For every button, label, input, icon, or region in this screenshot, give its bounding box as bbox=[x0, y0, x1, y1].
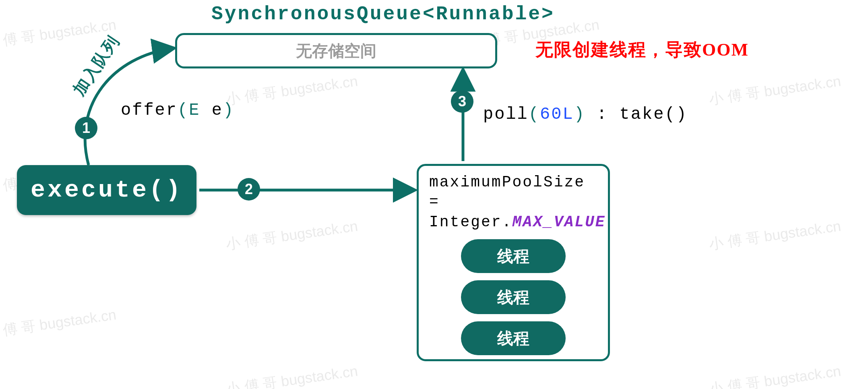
paren-close: ) bbox=[574, 105, 585, 124]
execute-label: execute() bbox=[31, 176, 183, 204]
pool-line2: Integer.MAX_VALUE bbox=[419, 212, 608, 232]
offer-arg: e bbox=[200, 101, 223, 120]
step-2-badge: 2 bbox=[238, 178, 260, 201]
step-1-badge: 1 bbox=[75, 117, 97, 139]
poll-sep: : bbox=[585, 105, 620, 124]
poll-arg: 60L bbox=[540, 105, 574, 124]
offer-type: E bbox=[189, 101, 200, 120]
offer-call: offer(E e) bbox=[121, 101, 234, 120]
thread-pill-label: 线程 bbox=[497, 245, 529, 267]
step-3-badge: 3 bbox=[451, 90, 473, 113]
thread-pill: 线程 bbox=[461, 321, 566, 355]
queue-box: 无存储空间 bbox=[175, 33, 497, 68]
step-1-num: 1 bbox=[82, 120, 90, 137]
diagram-stage: SynchronousQueue<Runnable> 无存储空间 无限创建线程，… bbox=[0, 0, 868, 389]
offer-word: offer bbox=[121, 101, 178, 120]
step-3-num: 3 bbox=[458, 93, 466, 110]
queue-body-text: 无存储空间 bbox=[296, 40, 376, 62]
pool-box: maximumPoolSize = Integer.MAX_VALUE 线程 线… bbox=[417, 164, 610, 361]
thread-pill: 线程 bbox=[461, 239, 566, 273]
step-2-num: 2 bbox=[245, 181, 253, 198]
oom-warning: 无限创建线程，导致OOM bbox=[535, 38, 749, 62]
thread-pill-label: 线程 bbox=[497, 286, 529, 308]
execute-box: execute() bbox=[17, 165, 196, 215]
thread-pill: 线程 bbox=[461, 280, 566, 314]
queue-title: SynchronousQueue<Runnable> bbox=[211, 3, 555, 25]
paren-open: ( bbox=[178, 101, 189, 120]
paren-close: ) bbox=[223, 101, 234, 120]
paren-open: ( bbox=[529, 105, 540, 124]
pool-line2-prefix: Integer. bbox=[429, 213, 512, 231]
pool-max-value: MAX_VALUE bbox=[512, 213, 606, 231]
pool-line1: maximumPoolSize = bbox=[419, 172, 608, 212]
poll-word: poll bbox=[483, 105, 529, 124]
poll-take-call: poll(60L) : take() bbox=[483, 105, 688, 124]
thread-pill-label: 线程 bbox=[497, 327, 529, 350]
enqueue-label: 加入队列 bbox=[68, 31, 124, 99]
take-word: take() bbox=[620, 105, 688, 124]
